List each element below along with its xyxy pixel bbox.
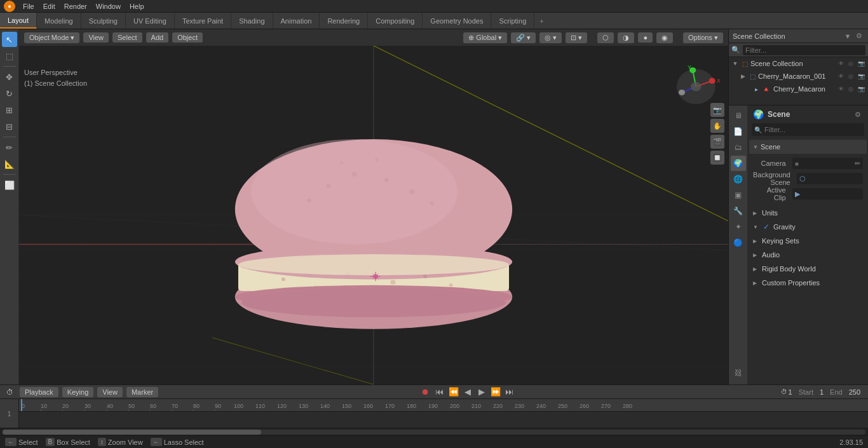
background-scene-value[interactable]: ⬡ xyxy=(797,173,863,184)
viewport-render-icon[interactable]: 🔲 xyxy=(710,151,724,165)
select-icon[interactable]: ◎ xyxy=(846,59,855,68)
tab-rendering[interactable]: Rendering xyxy=(320,13,368,29)
select-box-tool[interactable]: ⬚ xyxy=(2,48,17,64)
vis-btn-macaron[interactable]: 👁 xyxy=(836,85,845,93)
rigid-body-section[interactable]: ▶ Rigid Body World xyxy=(749,262,867,276)
viewport-shading-wire[interactable]: ⬡ xyxy=(597,32,614,43)
props-tab-constraints[interactable]: ⛓ xyxy=(731,365,746,381)
tab-shading[interactable]: Shading xyxy=(231,13,273,29)
viewport-shading-solid[interactable]: ◑ xyxy=(618,32,634,43)
timeline-keyframe-area[interactable] xyxy=(19,412,868,428)
menu-window[interactable]: Window xyxy=(92,1,125,11)
start-frame-field[interactable]: 1 xyxy=(816,387,827,397)
gravity-section[interactable]: ▼ ✓ Gravity xyxy=(749,220,867,234)
viewport-camera-icon[interactable]: 📷 xyxy=(710,103,724,117)
jump-end-button[interactable]: ⏭ xyxy=(503,386,516,398)
props-tab-output[interactable]: 📄 xyxy=(731,124,746,139)
object-menu[interactable]: Object xyxy=(172,32,203,43)
viewport-shading-material[interactable]: ● xyxy=(638,32,653,43)
step-forward-button[interactable]: ⏩ xyxy=(489,386,502,398)
timeline-view-menu[interactable]: View xyxy=(97,387,123,397)
sel-btn-macaron[interactable]: ◎ xyxy=(846,85,855,93)
props-tab-world[interactable]: 🌐 xyxy=(731,172,746,187)
outliner-scene-collection[interactable]: ▼ ⬚ Scene Collection 👁 ◎ 📷 xyxy=(729,57,868,70)
move-tool[interactable]: ✥ xyxy=(2,69,17,85)
tab-texture-paint[interactable]: Texture Paint xyxy=(175,13,231,29)
outliner-filter-icon[interactable]: ▼ xyxy=(843,31,853,41)
play-reverse-button[interactable]: ◀ xyxy=(461,386,474,398)
mode-selector[interactable]: Object Mode ▾ xyxy=(24,32,79,43)
scrollbar-thumb[interactable] xyxy=(3,430,261,435)
play-button[interactable]: ▶ xyxy=(475,386,488,398)
end-frame-field[interactable]: 250 xyxy=(845,387,864,397)
measure-tool[interactable]: 📐 xyxy=(2,156,17,172)
current-frame-field[interactable]: ⏱ 1 xyxy=(777,387,796,397)
rnd-btn-macaron[interactable]: 📷 xyxy=(857,85,865,93)
timeline-scrollbar[interactable] xyxy=(0,428,868,435)
tab-sculpting[interactable]: Sculpting xyxy=(81,13,126,29)
cursor-tool[interactable]: ↖ xyxy=(2,32,17,47)
menu-help[interactable]: Help xyxy=(126,1,148,11)
visibility-icon[interactable]: 👁 xyxy=(836,59,845,68)
marker-menu[interactable]: Marker xyxy=(126,387,158,397)
props-search-input[interactable] xyxy=(764,126,862,133)
viewport-shading-render[interactable]: ◉ xyxy=(656,32,673,43)
camera-edit-icon[interactable]: ✏ xyxy=(855,160,860,168)
units-section[interactable]: ▶ Units xyxy=(749,206,867,220)
transform-orient[interactable]: ⊕ Global ▾ xyxy=(463,32,507,43)
tab-scripting[interactable]: Scripting xyxy=(491,13,534,29)
outliner-search-input[interactable] xyxy=(743,45,865,55)
camera-value[interactable]: ■ ✏ xyxy=(792,158,863,169)
select-menu[interactable]: Select xyxy=(112,32,142,43)
viewport-canvas[interactable]: X Y User Perspective (1) Scene Collectio… xyxy=(19,46,728,384)
add-menu[interactable]: Add xyxy=(146,32,169,43)
menu-edit[interactable]: Edit xyxy=(39,1,59,11)
playback-menu[interactable]: Playback xyxy=(20,387,58,397)
viewport-3d[interactable]: Object Mode ▾ View Select Add Object ⊕ G… xyxy=(19,29,728,384)
tab-geometry-nodes[interactable]: Geometry Nodes xyxy=(423,13,491,29)
props-tab-scene[interactable]: 🌍 xyxy=(731,156,746,171)
props-tab-view-layer[interactable]: 🗂 xyxy=(731,140,746,155)
viewport-film-icon[interactable]: 🎬 xyxy=(710,135,724,149)
props-tab-particles[interactable]: ✦ xyxy=(731,219,746,234)
tab-uv-editing[interactable]: UV Editing xyxy=(126,13,175,29)
scale-tool[interactable]: ⊞ xyxy=(2,102,17,118)
menu-render[interactable]: Render xyxy=(60,1,91,11)
render-icon[interactable]: 📷 xyxy=(857,59,865,68)
scrollbar-track[interactable] xyxy=(3,430,865,435)
proportional-edit[interactable]: ◎ ▾ xyxy=(539,32,562,43)
tab-compositing[interactable]: Compositing xyxy=(368,13,423,29)
transform-pivot[interactable]: ⊡ ▾ xyxy=(566,32,587,43)
tab-layout[interactable]: Layout xyxy=(0,13,37,29)
outliner-settings-icon[interactable]: ⚙ xyxy=(854,31,864,41)
props-tab-render[interactable]: 🖥 xyxy=(731,108,746,123)
keying-sets-section[interactable]: ▶ Keying Sets xyxy=(749,234,867,248)
view-menu[interactable]: View xyxy=(83,32,109,43)
scene-section-header[interactable]: ▼ Scene xyxy=(749,140,867,154)
outliner-item-macaron[interactable]: ▸ 🔺 Cherry_Macaron 👁 ◎ 📷 xyxy=(729,83,868,95)
tab-animation[interactable]: Animation xyxy=(273,13,320,29)
select-btn[interactable]: ◎ xyxy=(846,72,855,81)
snap-toggle[interactable]: 🔗 ▾ xyxy=(511,32,536,43)
step-back-button[interactable]: ⏪ xyxy=(447,386,460,398)
gravity-checkbox-checked[interactable]: ✓ xyxy=(763,222,770,231)
add-workspace-button[interactable]: + xyxy=(534,13,548,29)
tab-modeling[interactable]: Modeling xyxy=(37,13,81,29)
props-tab-modifier[interactable]: 🔧 xyxy=(731,203,746,219)
rotate-tool[interactable]: ↻ xyxy=(2,86,17,101)
props-panel-filter[interactable]: ⚙ xyxy=(853,109,863,119)
options-btn[interactable]: Options ▾ xyxy=(683,32,723,43)
render-btn[interactable]: 📷 xyxy=(857,72,865,81)
annotate-tool[interactable]: ✏ xyxy=(2,140,17,155)
keying-menu[interactable]: Keying xyxy=(62,387,94,397)
outliner-item-macaron-001[interactable]: ▶ ⬚ Cherry_Macaron_001 👁 ◎ 📷 xyxy=(729,70,868,83)
props-tab-object[interactable]: ▣ xyxy=(731,187,746,203)
transform-tool[interactable]: ⊟ xyxy=(2,119,17,134)
viewport-pan-icon[interactable]: ✋ xyxy=(710,119,724,133)
menu-file[interactable]: File xyxy=(19,1,38,11)
timeline-ruler[interactable]: 0 10 20 30 40 50 60 70 80 90 100 110 120… xyxy=(19,399,868,428)
record-button[interactable]: ⏺ xyxy=(419,386,432,398)
audio-section[interactable]: ▶ Audio xyxy=(749,248,867,262)
add-cube-tool[interactable]: ⬜ xyxy=(2,177,17,193)
props-tab-physics[interactable]: 🔵 xyxy=(731,235,746,250)
